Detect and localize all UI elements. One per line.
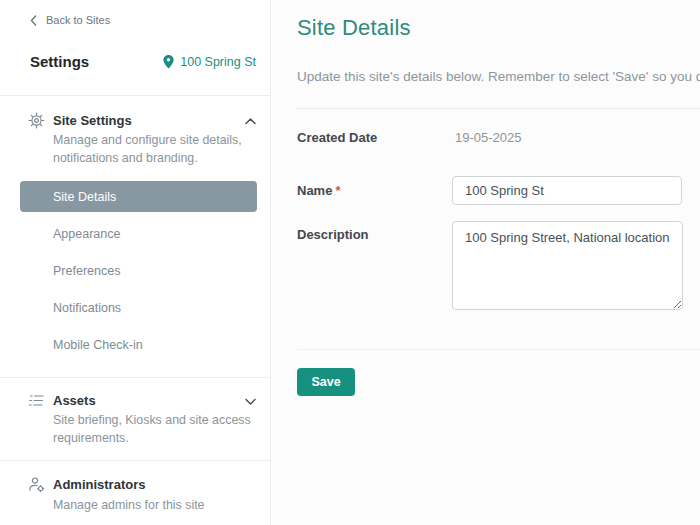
settings-sidebar: Back to Sites Settings 100 Spring St Sit… <box>0 0 271 525</box>
section-title-site-settings: Site Settings <box>53 113 132 128</box>
sidebar-item-site-details[interactable]: Site Details <box>20 181 257 212</box>
required-asterisk: * <box>335 183 340 198</box>
name-input[interactable] <box>452 176 682 205</box>
sidebar-item-preferences[interactable]: Preferences <box>53 264 120 280</box>
content-divider <box>297 349 700 350</box>
site-badge-label: 100 Spring St <box>180 55 256 69</box>
sidebar-item-mobile-check-in[interactable]: Mobile Check-in <box>53 338 143 354</box>
sidebar-divider <box>0 377 271 378</box>
section-title-assets: Assets <box>53 393 96 408</box>
save-button[interactable]: Save <box>297 368 355 396</box>
sidebar-divider <box>0 95 271 96</box>
chevron-up-icon[interactable] <box>244 115 257 128</box>
chevron-left-icon <box>30 15 37 26</box>
admin-user-icon <box>28 476 45 493</box>
name-label: Name* <box>297 183 340 198</box>
back-to-sites-link[interactable]: Back to Sites <box>30 14 110 26</box>
section-title-administrators: Administrators <box>53 477 145 492</box>
content-divider <box>297 108 700 109</box>
description-textarea[interactable]: 100 Spring Street, National location <box>452 221 683 310</box>
back-link-label: Back to Sites <box>46 14 110 26</box>
sidebar-item-appearance[interactable]: Appearance <box>53 227 120 243</box>
page-subtitle: Update this site's details below. Rememb… <box>297 69 700 84</box>
settings-heading: Settings <box>30 53 89 70</box>
location-pin-icon <box>163 55 174 69</box>
created-date-value: 19-05-2025 <box>455 130 522 145</box>
description-label: Description <box>297 227 369 242</box>
section-desc-administrators: Manage admins for this site <box>53 496 256 514</box>
site-location-badge[interactable]: 100 Spring St <box>163 55 256 69</box>
page-title: Site Details <box>297 15 411 41</box>
chevron-down-icon[interactable] <box>244 395 257 408</box>
gear-icon <box>28 112 45 129</box>
sidebar-divider <box>0 460 271 461</box>
list-icon <box>28 392 45 409</box>
site-details-panel: Site Details Update this site's details … <box>272 0 700 525</box>
sidebar-item-notifications[interactable]: Notifications <box>53 301 121 317</box>
created-date-label: Created Date <box>297 130 377 145</box>
section-desc-site-settings: Manage and configure site details, notif… <box>53 131 256 167</box>
section-desc-assets: Site briefing, Kiosks and site access re… <box>53 411 256 447</box>
